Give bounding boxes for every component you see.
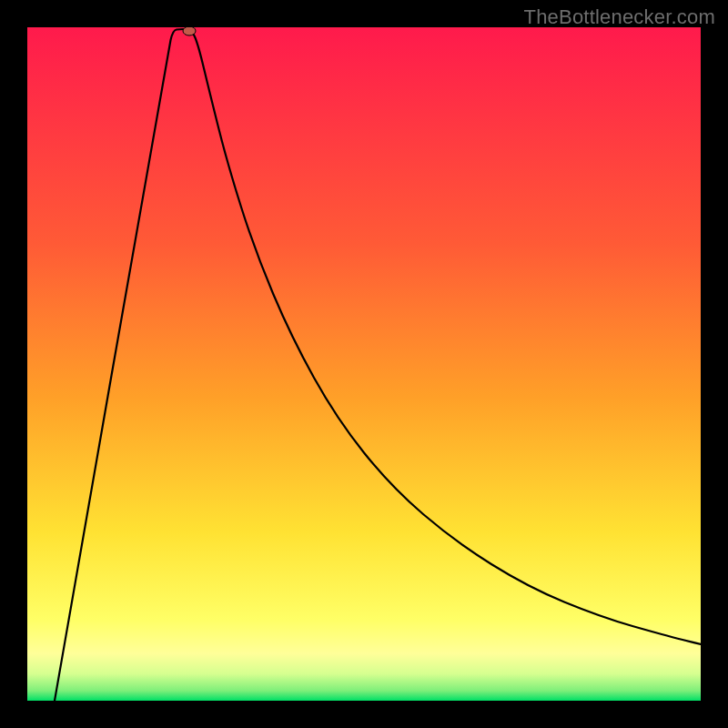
chart-svg xyxy=(27,27,701,701)
gradient-background xyxy=(27,27,701,701)
optimal-marker xyxy=(183,27,196,35)
watermark-text: TheBottlenecker.com xyxy=(524,5,715,29)
chart-plot-area xyxy=(27,27,701,701)
chart-frame: TheBottlenecker.com xyxy=(0,0,728,728)
